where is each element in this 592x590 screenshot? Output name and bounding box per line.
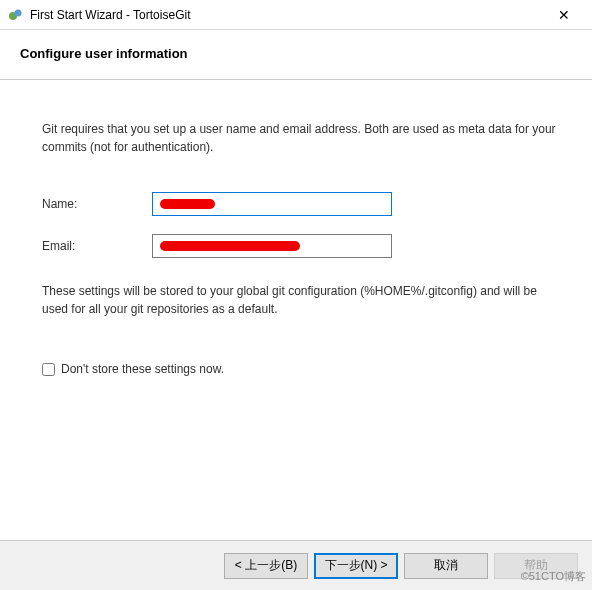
app-icon xyxy=(8,7,24,23)
name-label: Name: xyxy=(42,197,152,211)
dont-store-label: Don't store these settings now. xyxy=(61,362,224,376)
intro-text: Git requires that you set up a user name… xyxy=(42,120,560,156)
email-input-wrapper xyxy=(152,234,392,258)
cancel-button[interactable]: 取消 xyxy=(404,553,488,579)
help-button: 帮助 xyxy=(494,553,578,579)
dont-store-checkbox[interactable] xyxy=(42,363,55,376)
back-button[interactable]: < 上一步(B) xyxy=(224,553,308,579)
email-row: Email: xyxy=(42,234,560,258)
name-input-wrapper xyxy=(152,192,392,216)
dont-store-row: Don't store these settings now. xyxy=(42,362,560,376)
titlebar: First Start Wizard - TortoiseGit ✕ xyxy=(0,0,592,30)
email-label: Email: xyxy=(42,239,152,253)
name-input[interactable] xyxy=(152,192,392,216)
close-button[interactable]: ✕ xyxy=(544,1,584,29)
wizard-footer: < 上一步(B) 下一步(N) > 取消 帮助 xyxy=(0,540,592,590)
next-button[interactable]: 下一步(N) > xyxy=(314,553,398,579)
page-title: Configure user information xyxy=(20,46,572,61)
note-text: These settings will be stored to your gl… xyxy=(42,282,560,318)
name-row: Name: xyxy=(42,192,560,216)
window-title: First Start Wizard - TortoiseGit xyxy=(30,8,544,22)
wizard-header: Configure user information xyxy=(0,30,592,79)
svg-point-1 xyxy=(15,9,22,16)
email-input[interactable] xyxy=(152,234,392,258)
wizard-content: Git requires that you set up a user name… xyxy=(0,79,592,529)
close-icon: ✕ xyxy=(558,7,570,23)
